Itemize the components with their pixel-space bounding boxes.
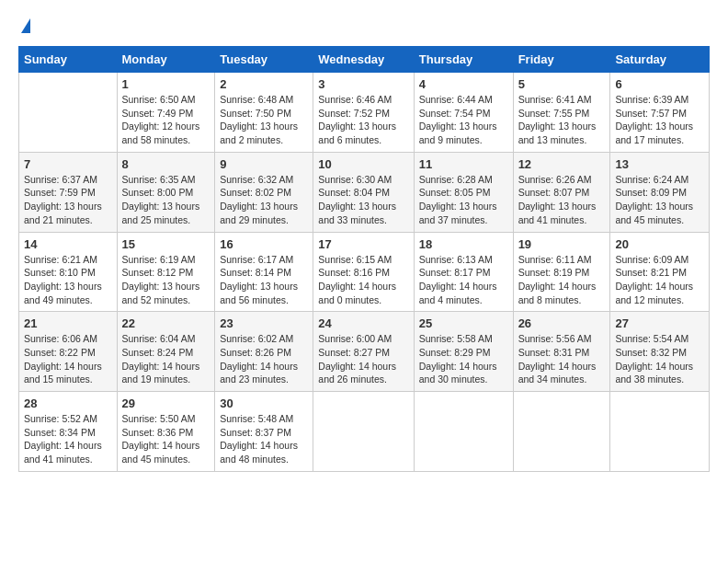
day-cell: 6Sunrise: 6:39 AM Sunset: 7:57 PM Daylig… xyxy=(610,73,710,153)
day-number: 3 xyxy=(318,77,408,91)
day-number: 12 xyxy=(518,157,606,171)
day-cell: 29Sunrise: 5:50 AM Sunset: 8:36 PM Dayli… xyxy=(117,392,215,472)
day-info: Sunrise: 6:09 AM Sunset: 8:21 PM Dayligh… xyxy=(615,253,704,307)
day-info: Sunrise: 6:11 AM Sunset: 8:19 PM Dayligh… xyxy=(518,253,606,307)
header-cell-tuesday: Tuesday xyxy=(215,47,313,73)
header-cell-sunday: Sunday xyxy=(19,47,118,73)
day-cell xyxy=(513,392,610,472)
day-number: 15 xyxy=(122,237,210,251)
day-info: Sunrise: 6:37 AM Sunset: 7:59 PM Dayligh… xyxy=(24,173,112,227)
day-info: Sunrise: 5:54 AM Sunset: 8:32 PM Dayligh… xyxy=(615,332,704,386)
week-row-2: 7Sunrise: 6:37 AM Sunset: 7:59 PM Daylig… xyxy=(19,152,710,232)
day-number: 8 xyxy=(122,157,210,171)
day-info: Sunrise: 6:13 AM Sunset: 8:17 PM Dayligh… xyxy=(419,253,508,307)
day-number: 7 xyxy=(24,157,112,171)
day-number: 22 xyxy=(122,316,210,330)
day-cell: 1Sunrise: 6:50 AM Sunset: 7:49 PM Daylig… xyxy=(117,73,215,153)
day-cell: 7Sunrise: 6:37 AM Sunset: 7:59 PM Daylig… xyxy=(19,152,118,232)
day-number: 20 xyxy=(615,237,704,251)
week-row-3: 14Sunrise: 6:21 AM Sunset: 8:10 PM Dayli… xyxy=(19,232,710,312)
day-info: Sunrise: 5:52 AM Sunset: 8:34 PM Dayligh… xyxy=(24,412,112,466)
day-cell: 14Sunrise: 6:21 AM Sunset: 8:10 PM Dayli… xyxy=(19,232,118,312)
day-number: 29 xyxy=(122,396,210,410)
day-cell: 18Sunrise: 6:13 AM Sunset: 8:17 PM Dayli… xyxy=(414,232,513,312)
header-cell-saturday: Saturday xyxy=(610,47,710,73)
day-cell xyxy=(610,392,710,472)
day-cell: 30Sunrise: 5:48 AM Sunset: 8:37 PM Dayli… xyxy=(215,392,313,472)
day-cell: 22Sunrise: 6:04 AM Sunset: 8:24 PM Dayli… xyxy=(117,312,215,392)
day-cell: 16Sunrise: 6:17 AM Sunset: 8:14 PM Dayli… xyxy=(215,232,313,312)
day-number: 14 xyxy=(24,237,112,251)
day-number: 16 xyxy=(220,237,308,251)
day-number: 6 xyxy=(615,77,704,91)
day-cell: 13Sunrise: 6:24 AM Sunset: 8:09 PM Dayli… xyxy=(610,152,710,232)
day-cell: 2Sunrise: 6:48 AM Sunset: 7:50 PM Daylig… xyxy=(215,73,313,153)
header xyxy=(18,18,710,37)
day-number: 11 xyxy=(419,157,508,171)
day-info: Sunrise: 6:24 AM Sunset: 8:09 PM Dayligh… xyxy=(615,173,704,227)
day-number: 21 xyxy=(24,316,112,330)
day-cell: 24Sunrise: 6:00 AM Sunset: 8:27 PM Dayli… xyxy=(313,312,414,392)
header-cell-wednesday: Wednesday xyxy=(313,47,414,73)
day-info: Sunrise: 6:04 AM Sunset: 8:24 PM Dayligh… xyxy=(122,332,210,386)
day-info: Sunrise: 6:21 AM Sunset: 8:10 PM Dayligh… xyxy=(24,253,112,307)
day-info: Sunrise: 6:35 AM Sunset: 8:00 PM Dayligh… xyxy=(122,173,210,227)
day-info: Sunrise: 6:17 AM Sunset: 8:14 PM Dayligh… xyxy=(220,253,308,307)
logo-icon xyxy=(21,18,30,33)
day-info: Sunrise: 6:06 AM Sunset: 8:22 PM Dayligh… xyxy=(24,332,112,386)
day-number: 2 xyxy=(220,77,308,91)
day-info: Sunrise: 5:50 AM Sunset: 8:36 PM Dayligh… xyxy=(122,412,210,466)
day-number: 4 xyxy=(419,77,508,91)
day-number: 30 xyxy=(220,396,308,410)
day-cell xyxy=(313,392,414,472)
day-info: Sunrise: 6:50 AM Sunset: 7:49 PM Dayligh… xyxy=(122,93,210,147)
day-cell: 8Sunrise: 6:35 AM Sunset: 8:00 PM Daylig… xyxy=(117,152,215,232)
day-number: 18 xyxy=(419,237,508,251)
day-cell: 3Sunrise: 6:46 AM Sunset: 7:52 PM Daylig… xyxy=(313,73,414,153)
day-info: Sunrise: 5:58 AM Sunset: 8:29 PM Dayligh… xyxy=(419,332,508,386)
day-cell xyxy=(19,73,118,153)
day-cell: 25Sunrise: 5:58 AM Sunset: 8:29 PM Dayli… xyxy=(414,312,513,392)
day-cell: 19Sunrise: 6:11 AM Sunset: 8:19 PM Dayli… xyxy=(513,232,610,312)
day-info: Sunrise: 6:02 AM Sunset: 8:26 PM Dayligh… xyxy=(220,332,308,386)
day-info: Sunrise: 6:26 AM Sunset: 8:07 PM Dayligh… xyxy=(518,173,606,227)
day-info: Sunrise: 6:19 AM Sunset: 8:12 PM Dayligh… xyxy=(122,253,210,307)
day-cell: 17Sunrise: 6:15 AM Sunset: 8:16 PM Dayli… xyxy=(313,232,414,312)
day-info: Sunrise: 6:28 AM Sunset: 8:05 PM Dayligh… xyxy=(419,173,508,227)
day-cell: 20Sunrise: 6:09 AM Sunset: 8:21 PM Dayli… xyxy=(610,232,710,312)
day-info: Sunrise: 6:46 AM Sunset: 7:52 PM Dayligh… xyxy=(318,93,408,147)
day-cell: 9Sunrise: 6:32 AM Sunset: 8:02 PM Daylig… xyxy=(215,152,313,232)
day-number: 19 xyxy=(518,237,606,251)
day-cell: 26Sunrise: 5:56 AM Sunset: 8:31 PM Dayli… xyxy=(513,312,610,392)
header-row: SundayMondayTuesdayWednesdayThursdayFrid… xyxy=(19,47,710,73)
day-cell xyxy=(414,392,513,472)
day-info: Sunrise: 6:15 AM Sunset: 8:16 PM Dayligh… xyxy=(318,253,408,307)
week-row-5: 28Sunrise: 5:52 AM Sunset: 8:34 PM Dayli… xyxy=(19,392,710,472)
header-cell-thursday: Thursday xyxy=(414,47,513,73)
day-info: Sunrise: 6:41 AM Sunset: 7:55 PM Dayligh… xyxy=(518,93,606,147)
day-number: 9 xyxy=(220,157,308,171)
day-info: Sunrise: 6:00 AM Sunset: 8:27 PM Dayligh… xyxy=(318,332,408,386)
day-cell: 4Sunrise: 6:44 AM Sunset: 7:54 PM Daylig… xyxy=(414,73,513,153)
day-number: 27 xyxy=(615,316,704,330)
day-cell: 10Sunrise: 6:30 AM Sunset: 8:04 PM Dayli… xyxy=(313,152,414,232)
day-number: 24 xyxy=(318,316,408,330)
day-cell: 23Sunrise: 6:02 AM Sunset: 8:26 PM Dayli… xyxy=(215,312,313,392)
day-info: Sunrise: 5:48 AM Sunset: 8:37 PM Dayligh… xyxy=(220,412,308,466)
week-row-4: 21Sunrise: 6:06 AM Sunset: 8:22 PM Dayli… xyxy=(19,312,710,392)
logo xyxy=(18,18,30,37)
day-number: 5 xyxy=(518,77,606,91)
day-cell: 21Sunrise: 6:06 AM Sunset: 8:22 PM Dayli… xyxy=(19,312,118,392)
day-cell: 28Sunrise: 5:52 AM Sunset: 8:34 PM Dayli… xyxy=(19,392,118,472)
day-number: 26 xyxy=(518,316,606,330)
day-number: 13 xyxy=(615,157,704,171)
week-row-1: 1Sunrise: 6:50 AM Sunset: 7:49 PM Daylig… xyxy=(19,73,710,153)
day-info: Sunrise: 6:48 AM Sunset: 7:50 PM Dayligh… xyxy=(220,93,308,147)
day-cell: 27Sunrise: 5:54 AM Sunset: 8:32 PM Dayli… xyxy=(610,312,710,392)
day-cell: 12Sunrise: 6:26 AM Sunset: 8:07 PM Dayli… xyxy=(513,152,610,232)
day-number: 10 xyxy=(318,157,408,171)
day-number: 28 xyxy=(24,396,112,410)
day-number: 25 xyxy=(419,316,508,330)
day-info: Sunrise: 6:44 AM Sunset: 7:54 PM Dayligh… xyxy=(419,93,508,147)
day-number: 17 xyxy=(318,237,408,251)
